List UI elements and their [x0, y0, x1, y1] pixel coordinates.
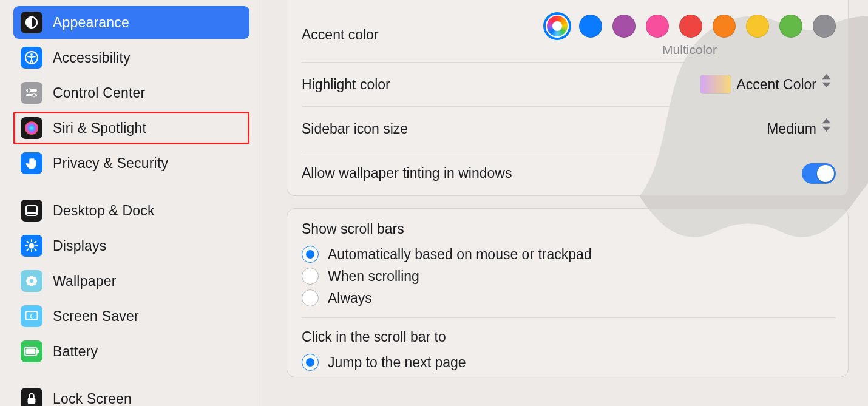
sidebar-item-desktop-dock[interactable]: Desktop & Dock	[13, 194, 249, 227]
sidebar-item-privacy-security[interactable]: Privacy & Security	[13, 147, 249, 180]
svg-rect-31	[38, 350, 39, 353]
control-center-icon	[21, 82, 42, 104]
lock-icon	[21, 388, 42, 406]
settings-main: Accent color Multicolor Highlight color …	[262, 0, 868, 406]
sidebar-item-label: Battery	[53, 343, 98, 360]
accent-swatches	[546, 12, 836, 38]
wallpaper-tinting-toggle[interactable]	[802, 163, 836, 184]
sidebar-item-label: Control Center	[53, 85, 145, 101]
sidebar-item-wallpaper[interactable]: Wallpaper	[13, 265, 249, 297]
highlight-color-select[interactable]: Accent Color	[700, 74, 836, 95]
sidebar-icon-size-label: Sidebar icon size	[302, 121, 408, 137]
svg-rect-28	[26, 311, 38, 320]
sun-icon	[21, 235, 42, 257]
sidebar-icon-size-row: Sidebar icon size Medium	[302, 107, 836, 151]
battery-icon	[21, 340, 42, 362]
sidebar-item-label: Siri & Spotlight	[53, 120, 146, 137]
sidebar-item-lock-screen[interactable]: Lock Screen	[13, 382, 249, 406]
sidebar-icon-size-value: Medium	[767, 121, 816, 137]
scroll-card: Show scroll bars Automatically based on …	[287, 208, 849, 377]
highlight-color-label: Highlight color	[302, 76, 390, 93]
sidebar-item-siri-spotlight[interactable]: Siri & Spotlight	[13, 112, 249, 144]
wallpaper-tinting-label: Allow wallpaper tinting in windows	[302, 165, 512, 181]
sidebar-item-battery[interactable]: Battery	[13, 335, 249, 368]
svg-rect-32	[28, 398, 36, 404]
svg-line-15	[27, 242, 29, 243]
svg-point-10	[29, 243, 35, 249]
sidebar-item-label: Accessibility	[53, 50, 131, 66]
sidebar-item-displays[interactable]: Displays	[13, 229, 249, 262]
accent-color-row: Accent color Multicolor	[302, 0, 836, 63]
accent-pink[interactable]	[646, 15, 669, 38]
radio-icon	[302, 268, 319, 285]
scroll-option-scrolling[interactable]: When scrolling	[302, 265, 836, 287]
sidebar-icon-size-select[interactable]: Medium	[767, 118, 836, 139]
svg-point-6	[32, 93, 36, 97]
sidebar-item-accessibility[interactable]: Accessibility	[13, 41, 249, 74]
siri-icon	[21, 117, 42, 139]
highlight-color-row: Highlight color Accent Color	[302, 63, 836, 107]
radio-label: When scrolling	[328, 268, 419, 285]
screensaver-icon	[21, 305, 42, 327]
accent-green[interactable]	[779, 15, 802, 38]
radio-label: Automatically based on mouse or trackpad	[328, 246, 592, 263]
radio-icon	[302, 246, 319, 263]
sidebar-item-screen-saver[interactable]: Screen Saver	[13, 300, 249, 333]
flower-icon	[21, 270, 42, 292]
svg-rect-9	[27, 212, 36, 214]
svg-line-18	[35, 242, 36, 243]
accent-graphite[interactable]	[813, 15, 836, 38]
sidebar-item-control-center[interactable]: Control Center	[13, 76, 249, 109]
sidebar-item-label: Desktop & Dock	[53, 203, 155, 219]
sidebar-item-label: Wallpaper	[53, 273, 117, 289]
wallpaper-tinting-row: Allow wallpaper tinting in windows	[302, 151, 836, 195]
accent-color-label: Accent color	[302, 27, 379, 43]
sidebar-item-label: Lock Screen	[53, 391, 132, 407]
svg-rect-30	[26, 349, 36, 354]
updown-icon	[821, 118, 836, 139]
svg-line-16	[35, 249, 36, 250]
accent-yellow[interactable]	[746, 15, 769, 38]
radio-icon	[302, 289, 319, 306]
radio-label: Always	[328, 290, 372, 306]
svg-line-17	[27, 249, 29, 250]
svg-point-7	[25, 121, 38, 135]
svg-point-2	[30, 53, 33, 56]
updown-icon	[821, 74, 836, 95]
accessibility-icon	[21, 47, 42, 69]
accent-orange[interactable]	[713, 15, 736, 38]
accent-multicolor[interactable]	[546, 15, 569, 38]
accent-caption: Multicolor	[662, 42, 717, 57]
sidebar-item-appearance[interactable]: Appearance	[13, 6, 249, 39]
click-scroll-label: Click in the scroll bar to	[302, 318, 836, 351]
scroll-option-auto[interactable]: Automatically based on mouse or trackpad	[302, 243, 836, 265]
appearance-icon	[21, 12, 42, 33]
hand-icon	[21, 152, 42, 174]
sidebar-item-label: Displays	[53, 238, 107, 254]
svg-point-4	[27, 89, 31, 92]
radio-label: Jump to the next page	[328, 354, 466, 371]
svg-point-27	[30, 279, 33, 283]
sidebar-item-label: Screen Saver	[53, 308, 139, 325]
scroll-bars-label: Show scroll bars	[302, 210, 836, 243]
dock-icon	[21, 200, 42, 222]
accent-red[interactable]	[679, 15, 702, 38]
appearance-card: Accent color Multicolor Highlight color …	[287, 0, 849, 196]
sidebar-item-label: Appearance	[53, 15, 129, 31]
radio-icon	[302, 354, 319, 371]
highlight-swatch-icon	[700, 75, 731, 94]
scroll-option-always[interactable]: Always	[302, 287, 836, 309]
accent-purple[interactable]	[612, 15, 636, 38]
sidebar-item-label: Privacy & Security	[53, 155, 168, 172]
accent-blue[interactable]	[579, 15, 602, 38]
settings-sidebar: AppearanceAccessibilityControl CenterSir…	[0, 0, 262, 406]
click-option-next[interactable]: Jump to the next page	[302, 351, 836, 373]
highlight-value: Accent Color	[736, 76, 816, 93]
